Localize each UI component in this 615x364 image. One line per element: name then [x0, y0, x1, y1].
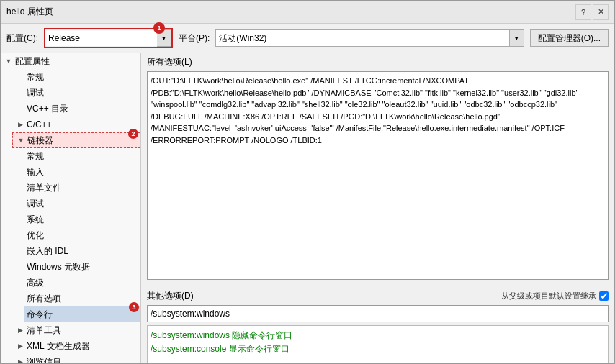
help-button[interactable]: ?	[575, 4, 591, 20]
hint-area: /subsystem:windows 隐藏命令行窗口 /subsystem:co…	[141, 322, 614, 363]
tree-label-linker-system: 系统	[27, 214, 44, 226]
tree-item-linker-optimize[interactable]: 优化	[24, 227, 140, 243]
platform-input[interactable]	[215, 29, 509, 47]
config-select-container: ▼ 1	[44, 28, 173, 48]
all-options-header: 所有选项(L)	[141, 53, 614, 71]
tree-label-cpp: C/C++	[27, 119, 52, 129]
tree-label-linker-input: 输入	[27, 166, 44, 178]
tree-item-vcpp[interactable]: ▶ VC++ 目录	[12, 101, 140, 117]
tree-item-linker-idl[interactable]: 嵌入的 IDL	[24, 243, 140, 259]
tree-item-linker-cmdline[interactable]: 命令行 3	[24, 306, 140, 322]
tree-label-linker-manifest: 清单文件	[27, 182, 61, 194]
tree-item-linker-advanced[interactable]: 高级	[24, 275, 140, 291]
all-options-wrapper	[141, 71, 614, 287]
config-input[interactable]	[45, 30, 157, 46]
config-label: 配置(C):	[6, 32, 38, 45]
tree-label-vcpp: VC++ 目录	[27, 103, 68, 115]
config-manager-button[interactable]: 配置管理器(O)...	[530, 29, 609, 47]
tree-item-general[interactable]: ▶ 常规	[12, 69, 140, 85]
tree-label-browse-info: 浏览信息	[27, 356, 61, 364]
tree-label-linker: 链接器	[27, 135, 53, 147]
tree-label-xml-docgen: XML 文档生成器	[27, 340, 90, 352]
expand-icon-config-props: ▼	[4, 56, 14, 66]
right-panel: 所有选项(L) 其他选项(D) 从父级或项目默认设置继承 /subsystem:…	[141, 53, 614, 363]
tree-item-browse-info[interactable]: ▶ 浏览信息	[12, 354, 140, 363]
tree-label-linker-debug: 调试	[27, 198, 44, 210]
tree-item-manifest-tools[interactable]: ▶ 清单工具	[12, 322, 140, 338]
close-button[interactable]: ✕	[593, 4, 609, 20]
tree-label-manifest-tools: 清单工具	[27, 324, 61, 337]
title-bar-buttons: ? ✕	[575, 4, 609, 20]
tree-scroll[interactable]: ▼ 配置属性 ▶ 常规 ▶ 调试 ▶ VC++ 目录 ▶ C/C++	[1, 53, 140, 363]
hint-box: /subsystem:windows 隐藏命令行窗口 /subsystem:co…	[147, 325, 609, 363]
tree-item-linker-input[interactable]: 输入	[24, 164, 140, 180]
platform-label: 平台(P):	[179, 32, 210, 45]
tree-label-linker-idl: 嵌入的 IDL	[27, 245, 68, 258]
inherit-label: 从父级或项目默认设置继承	[501, 291, 596, 301]
other-options-row: 其他选项(D) 从父级或项目默认设置继承	[141, 287, 614, 305]
tree-label-debug: 调试	[27, 87, 44, 99]
config-select-border: ▼	[44, 28, 173, 48]
tree-item-linker-system[interactable]: 系统	[24, 211, 140, 227]
hint-line-2: /subsystem:console 显示命令行窗口	[151, 342, 605, 356]
platform-select-container: ▼	[215, 29, 524, 47]
cmdline-badge: 3	[129, 302, 139, 312]
platform-dropdown-arrow[interactable]: ▼	[510, 29, 524, 47]
window-title: hello 属性页	[6, 6, 53, 18]
tree-label-linker-general: 常规	[27, 150, 44, 163]
tree-item-cpp[interactable]: ▶ C/C++	[12, 117, 140, 132]
tree-label-linker-cmdline: 命令行	[27, 309, 53, 321]
main-content: ▼ 配置属性 ▶ 常规 ▶ 调试 ▶ VC++ 目录 ▶ C/C++	[1, 53, 614, 363]
other-input-wrapper	[141, 305, 614, 322]
expand-icon-manifest-tools: ▶	[15, 325, 25, 335]
hint-line-1: /subsystem:windows 隐藏命令行窗口	[151, 329, 605, 342]
tree-item-config-props[interactable]: ▼ 配置属性	[1, 53, 140, 69]
linker-badge: 2	[128, 129, 138, 139]
hint-line-2-text: /subsystem:console 显示命令行窗口	[151, 344, 289, 354]
tree-label-linker-allopts: 所有选项	[27, 293, 61, 305]
expand-icon-linker: ▼	[16, 135, 26, 145]
tree-item-linker[interactable]: ▼ 链接器 2	[12, 132, 140, 148]
other-options-input[interactable]	[147, 305, 609, 322]
all-options-textarea[interactable]	[147, 71, 609, 280]
tree-label-linker-advanced: 高级	[27, 277, 44, 289]
config-badge: 1	[153, 22, 165, 34]
tree-item-debug[interactable]: ▶ 调试	[12, 85, 140, 101]
expand-icon-xml-docgen: ▶	[15, 341, 25, 351]
expand-icon-cpp: ▶	[15, 119, 25, 129]
hint-line-1-text: /subsystem:windows 隐藏命令行窗口	[151, 330, 292, 340]
inherit-checkbox-row: 从父级或项目默认设置继承	[501, 291, 609, 301]
tree-item-linker-general[interactable]: 常规	[24, 148, 140, 164]
tree-item-linker-wmd[interactable]: Windows 元数据	[24, 259, 140, 275]
other-options-label: 其他选项(D)	[147, 290, 194, 302]
inherit-checkbox[interactable]	[599, 291, 609, 301]
tree-label-linker-optimize: 优化	[27, 229, 44, 242]
all-options-label: 所有选项(L)	[147, 57, 192, 67]
expand-icon-browse-info: ▶	[15, 357, 25, 363]
tree-item-linker-allopts[interactable]: 所有选项	[24, 291, 140, 306]
tree-item-linker-debug[interactable]: 调试	[24, 196, 140, 211]
main-window: hello 属性页 ? ✕ 配置(C): ▼ 1 平台(P): ▼ 配置管理器(…	[0, 0, 615, 364]
tree-item-linker-manifest[interactable]: 清单文件	[24, 180, 140, 196]
tree-label-linker-wmd: Windows 元数据	[27, 261, 90, 273]
tree-item-xml-docgen[interactable]: ▶ XML 文档生成器	[12, 338, 140, 354]
left-tree-panel: ▼ 配置属性 ▶ 常规 ▶ 调试 ▶ VC++ 目录 ▶ C/C++	[1, 53, 141, 363]
tree-label-general: 常规	[27, 71, 44, 83]
title-bar: hello 属性页 ? ✕	[1, 1, 614, 24]
toolbar: 配置(C): ▼ 1 平台(P): ▼ 配置管理器(O)...	[1, 24, 614, 53]
tree-label-config-props: 配置属性	[15, 55, 50, 68]
